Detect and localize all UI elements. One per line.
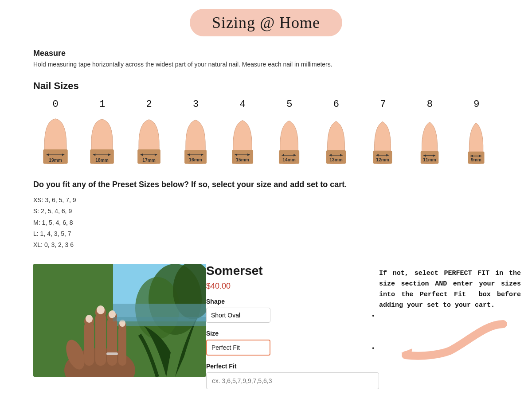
measure-title: Measure [33, 49, 499, 58]
nails-row: 0 19mm 1 [33, 99, 499, 166]
nail-item-9: 9 9mm [454, 99, 499, 166]
svg-rect-58 [73, 370, 122, 377]
nail-svg-5: 14mm [270, 113, 308, 166]
svg-text:17mm: 17mm [142, 158, 155, 163]
svg-text:11mm: 11mm [423, 157, 436, 162]
svg-rect-73 [113, 317, 206, 321]
svg-rect-63 [107, 317, 117, 366]
nail-number: 0 [52, 99, 58, 110]
nail-item-2: 2 17mm [127, 99, 171, 166]
perfect-fit-input[interactable] [206, 372, 379, 389]
preset-s: S: 2, 5, 4, 6, 9 [33, 206, 499, 217]
nail-number: 1 [99, 99, 105, 110]
instruction-box: If not, select PERFECT FIT in the size s… [379, 264, 521, 368]
nail-item-1: 1 18mm [80, 99, 125, 166]
preset-sizes-list: XS: 3, 6, 5, 7, 9 S: 2, 5, 4, 6, 9 M: 1,… [33, 195, 499, 250]
nail-number: 5 [286, 99, 292, 110]
nail-svg-8: 11mm [411, 113, 449, 166]
instruction-text: If not, select PERFECT FIT in the size s… [379, 268, 521, 311]
measure-section: Measure Hold measuring tape horizontally… [33, 49, 499, 68]
preset-xl: XL: 0, 3, 2, 3 6 [33, 239, 499, 250]
svg-text:18mm: 18mm [95, 158, 108, 163]
svg-rect-61 [95, 313, 106, 366]
svg-point-68 [86, 315, 93, 323]
nail-item-6: 6 13mm [314, 99, 358, 166]
nail-number: 7 [380, 99, 386, 110]
instruction-arrow [379, 315, 512, 368]
preset-l: L: 1, 4, 3, 5, 7 [33, 228, 499, 239]
nail-svg-0: 19mm [37, 113, 74, 166]
shape-label: Shape [206, 298, 379, 305]
product-section: Somerset $40.00 Shape Short Oval Long Ov… [33, 264, 499, 389]
perfect-fit-label: Perfect Fit [206, 363, 379, 370]
nail-number: 3 [193, 99, 199, 110]
svg-text:15mm: 15mm [236, 157, 249, 162]
nail-svg-4: 15mm [224, 113, 262, 166]
nail-sizes-section: Nail Sizes 0 19mm [33, 80, 499, 166]
svg-rect-65 [118, 326, 126, 366]
svg-point-69 [97, 305, 105, 314]
svg-rect-56 [113, 304, 206, 326]
size-select[interactable]: XS S M L XL Perfect Fit [206, 340, 270, 356]
measure-description: Hold measuring tape horizontally across … [33, 61, 499, 68]
nail-item-5: 5 14mm [267, 99, 312, 166]
nail-svg-2: 17mm [130, 113, 168, 166]
nail-number: 4 [240, 99, 246, 110]
nail-svg-9: 9mm [458, 113, 495, 166]
nail-item-3: 3 16mm [174, 99, 218, 166]
svg-text:19mm: 19mm [49, 158, 62, 163]
nail-item-8: 8 11mm [407, 99, 452, 166]
size-select-arrow-icon: ⬧ [372, 344, 375, 351]
size-label: Size [206, 330, 379, 337]
product-price: $40.00 [206, 282, 379, 291]
header-section: Sizing @ Home [33, 9, 499, 36]
nail-svg-6: 13mm [317, 113, 355, 166]
preset-xs: XS: 3, 6, 5, 7, 9 [33, 195, 499, 206]
svg-text:16mm: 16mm [189, 157, 202, 162]
product-details: Somerset $40.00 Shape Short Oval Long Ov… [206, 264, 379, 389]
nail-svg-1: 18mm [83, 113, 121, 166]
nail-sizes-title: Nail Sizes [33, 80, 499, 92]
preset-question: Do you fit any of the Preset Sizes below… [33, 179, 499, 190]
nail-svg-3: 16mm [177, 113, 215, 166]
svg-text:12mm: 12mm [376, 157, 389, 162]
page-title: Sizing @ Home [212, 14, 320, 31]
nail-number: 8 [427, 99, 433, 110]
product-name: Somerset [206, 264, 379, 278]
svg-text:9mm: 9mm [471, 157, 482, 162]
shape-select[interactable]: Short Oval Long Oval Square Round Almond [206, 308, 270, 323]
svg-rect-72 [106, 352, 118, 355]
shape-select-wrap: Short Oval Long Oval Square Round Almond… [206, 308, 379, 323]
product-image [33, 264, 206, 377]
nail-item-4: 4 15mm [220, 99, 265, 166]
nail-number: 9 [473, 99, 479, 110]
nail-item-7: 7 12mm [361, 99, 405, 166]
shape-select-arrow-icon: ⬧ [372, 312, 375, 318]
header-banner: Sizing @ Home [190, 9, 342, 36]
nail-number: 6 [333, 99, 339, 110]
svg-text:14mm: 14mm [283, 157, 296, 162]
preset-m: M: 1, 5, 4, 6, 8 [33, 217, 499, 228]
size-select-wrap: XS S M L XL Perfect Fit ⬧ [206, 340, 379, 356]
hand-illustration [33, 264, 206, 377]
preset-section: Do you fit any of the Preset Sizes below… [33, 179, 499, 250]
nail-number: 2 [146, 99, 152, 110]
nail-svg-7: 12mm [364, 113, 402, 166]
svg-text:13mm: 13mm [329, 157, 342, 162]
nail-item-0: 0 19mm [33, 99, 78, 166]
svg-rect-59 [84, 321, 94, 366]
